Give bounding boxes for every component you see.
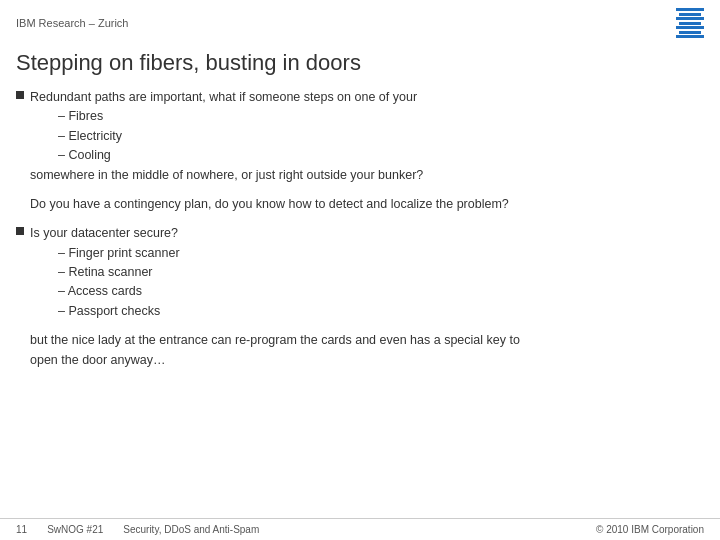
footer-left: 11 SwNOG #21 Security, DDoS and Anti-Spa… bbox=[16, 524, 259, 535]
ibm-bar-5 bbox=[676, 26, 704, 29]
sub-item-electricity: – Electricity bbox=[30, 127, 704, 146]
bullet-continuation-1: somewhere in the middle of nowhere, or j… bbox=[30, 168, 423, 182]
section2: Is your datacenter secure? – Finger prin… bbox=[16, 224, 704, 321]
ibm-bar-3 bbox=[676, 17, 704, 20]
paragraph-2: but the nice lady at the entrance can re… bbox=[16, 331, 704, 370]
header-title: IBM Research – Zurich bbox=[16, 17, 128, 29]
bullet-item-2: Is your datacenter secure? – Finger prin… bbox=[16, 224, 704, 321]
sub-item-fingerprint: – Finger print scanner bbox=[30, 244, 704, 263]
footer-event: SwNOG #21 bbox=[47, 524, 103, 535]
bullet-main-2: Is your datacenter secure? bbox=[30, 226, 178, 240]
sub-item-passport: – Passport checks bbox=[30, 302, 704, 321]
main-content: Redundant paths are important, what if s… bbox=[0, 88, 720, 370]
ibm-logo bbox=[676, 8, 704, 38]
footer-page-number: 11 bbox=[16, 524, 27, 535]
ibm-bar-6 bbox=[679, 31, 701, 34]
ibm-bar-4 bbox=[679, 22, 701, 25]
paragraph-2-line1: but the nice lady at the entrance can re… bbox=[30, 333, 520, 347]
header: IBM Research – Zurich bbox=[0, 0, 720, 42]
footer: 11 SwNOG #21 Security, DDoS and Anti-Spa… bbox=[0, 518, 720, 540]
bullet-main-1: Redundant paths are important, what if s… bbox=[30, 90, 417, 104]
ibm-bar-7 bbox=[676, 35, 704, 38]
sub-item-cooling: – Cooling bbox=[30, 146, 704, 165]
sub-item-retina: – Retina scanner bbox=[30, 263, 704, 282]
footer-topic: Security, DDoS and Anti-Spam bbox=[123, 524, 259, 535]
footer-copyright: © 2010 IBM Corporation bbox=[596, 524, 704, 535]
bullet-text-2: Is your datacenter secure? – Finger prin… bbox=[30, 224, 704, 321]
slide-title: Stepping on fibers, busting in doors bbox=[0, 42, 720, 88]
bullet-text-1: Redundant paths are important, what if s… bbox=[30, 88, 704, 185]
paragraph-1: Do you have a contingency plan, do you k… bbox=[16, 195, 704, 214]
ibm-logo-bars bbox=[676, 8, 704, 38]
ibm-bar-1 bbox=[676, 8, 704, 11]
sub-item-access-cards: – Access cards bbox=[30, 282, 704, 301]
paragraph-2-line2: open the door anyway… bbox=[30, 353, 166, 367]
bullet-square-icon-2 bbox=[16, 227, 24, 235]
section1: Redundant paths are important, what if s… bbox=[16, 88, 704, 185]
bullet-item-1: Redundant paths are important, what if s… bbox=[16, 88, 704, 185]
bullet-square-icon bbox=[16, 91, 24, 99]
ibm-bar-2 bbox=[679, 13, 701, 16]
sub-item-fibres: – Fibres bbox=[30, 107, 704, 126]
